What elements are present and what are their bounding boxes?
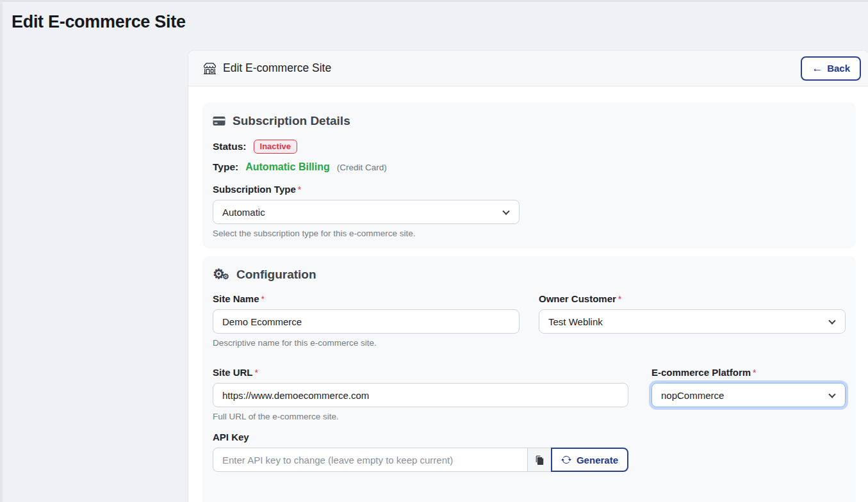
subscription-type-select[interactable]: Automatic: [213, 200, 520, 224]
required-asterisk: *: [255, 368, 258, 378]
select-value: Automatic: [222, 207, 265, 218]
api-key-group: Generate: [213, 448, 628, 472]
platform-select[interactable]: nopCommerce: [651, 383, 846, 407]
type-row: Type: Automatic Billing (Credit Card): [213, 161, 846, 173]
status-label: Status:: [213, 141, 247, 152]
store-icon: [204, 62, 216, 74]
section-title: Configuration: [236, 268, 316, 282]
type-label: Type:: [213, 161, 238, 173]
type-value: Automatic Billing: [245, 161, 330, 173]
subscription-section-title-row: Subscription Details: [213, 114, 846, 128]
site-name-input[interactable]: [213, 309, 520, 334]
config-row-1: Site Name* Descriptive name for this e-c…: [213, 293, 846, 348]
card-header: Edit E-commerce Site ← Back: [188, 51, 868, 86]
top-divider: [0, 0, 868, 2]
api-key-input[interactable]: [213, 448, 528, 472]
page-title: Edit E-commerce Site: [12, 12, 186, 32]
required-asterisk: *: [298, 184, 301, 195]
config-row-2: Site URL* Full URL of the e-commerce sit…: [213, 357, 846, 421]
generate-button[interactable]: Generate: [551, 448, 628, 472]
site-url-input[interactable]: [213, 383, 628, 407]
site-url-help: Full URL of the e-commerce site.: [213, 412, 628, 421]
type-note: (Credit Card): [337, 163, 387, 172]
card-title: Edit E-commerce Site: [223, 61, 331, 75]
subscription-type-help: Select the subscription type for this e-…: [213, 229, 846, 238]
copy-button[interactable]: [527, 448, 552, 472]
owner-customer-label: Owner Customer*: [539, 293, 846, 304]
api-key-label: API Key: [213, 432, 846, 442]
section-title: Subscription Details: [233, 114, 350, 128]
status-badge: Inactive: [254, 140, 297, 154]
copy-icon: [534, 455, 545, 466]
sync-icon: [561, 455, 571, 465]
select-value: nopCommerce: [661, 390, 724, 401]
site-name-label: Site Name*: [213, 293, 520, 304]
required-asterisk: *: [261, 294, 265, 304]
edit-site-card: Edit E-commerce Site ← Back Subscription…: [188, 50, 868, 502]
credit-card-icon: [213, 116, 225, 126]
chevron-down-icon: [502, 207, 509, 215]
platform-label: E-commerce Platform*: [651, 367, 846, 378]
configuration-section-title-row: ⚙ ⚙ Configuration: [213, 268, 846, 282]
subscription-type-label: Subscription Type*: [213, 184, 846, 195]
gears-icon: ⚙ ⚙: [213, 268, 229, 282]
left-edge-strip: [0, 0, 3, 502]
configuration-section: ⚙ ⚙ Configuration Site Name* Descriptive…: [202, 256, 856, 502]
site-url-label: Site URL*: [213, 367, 628, 378]
required-asterisk: *: [753, 368, 756, 378]
generate-label: Generate: [577, 455, 618, 466]
chevron-down-icon: [828, 391, 835, 398]
required-asterisk: *: [618, 294, 621, 304]
select-value: Test Weblink: [548, 316, 603, 327]
site-name-help: Descriptive name for this e-commerce sit…: [213, 338, 520, 348]
owner-customer-select[interactable]: Test Weblink: [539, 309, 846, 334]
subscription-details-section: Subscription Details Status: Inactive Ty…: [202, 102, 856, 248]
back-button[interactable]: ← Back: [801, 56, 861, 81]
card-body: Subscription Details Status: Inactive Ty…: [188, 86, 868, 502]
status-row: Status: Inactive: [213, 140, 846, 154]
chevron-down-icon: [828, 317, 835, 324]
back-arrow-icon: ←: [812, 63, 823, 74]
back-button-label: Back: [827, 63, 850, 74]
